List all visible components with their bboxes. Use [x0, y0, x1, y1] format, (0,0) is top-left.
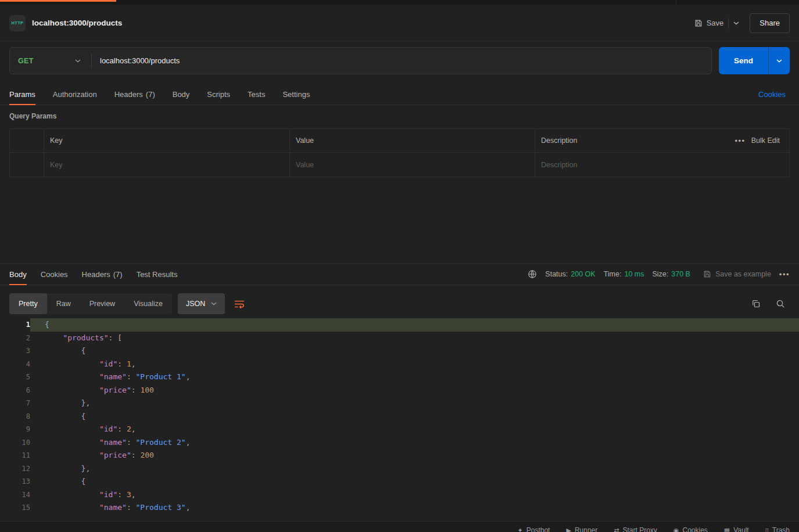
- footer-item-trash[interactable]: ▯Trash: [765, 526, 790, 532]
- line-content: "name": "Product 1",: [30, 371, 799, 384]
- footer-item-label: Trash: [772, 526, 790, 532]
- more-options-icon[interactable]: •••: [735, 136, 746, 145]
- send-button[interactable]: Send: [719, 47, 768, 74]
- request-tabs-list: Params Authorization Headers (7) Body Sc…: [9, 84, 758, 105]
- code-line: 15 "name": "Product 3",: [0, 501, 799, 515]
- save-options-button[interactable]: [733, 21, 739, 25]
- save-button[interactable]: Save: [694, 19, 724, 27]
- save-as-example-button[interactable]: Save as example: [703, 270, 771, 278]
- postbot-icon: ✦: [518, 527, 523, 532]
- footer-item-label: Vault: [733, 526, 748, 532]
- http-request-icon: HTTP: [9, 15, 26, 31]
- code-line: 14 "id": 3,: [0, 488, 799, 502]
- response-tab-body[interactable]: Body: [9, 264, 27, 285]
- size-value: 370 B: [671, 270, 690, 278]
- wrap-lines-icon: [234, 300, 245, 308]
- line-content: },: [30, 397, 799, 410]
- tab-authorization[interactable]: Authorization: [53, 84, 97, 105]
- footer-status-bar: ✦Postbot▶Runner⇄Start Proxy◉Cookies▦Vaul…: [0, 521, 799, 532]
- description-input[interactable]: [541, 161, 783, 169]
- view-tab-preview[interactable]: Preview: [80, 293, 124, 314]
- line-content: "products": [: [30, 332, 799, 345]
- tab-settings[interactable]: Settings: [282, 84, 310, 105]
- headers-count-badge: (7): [146, 90, 155, 99]
- line-number: 15: [0, 501, 30, 515]
- view-tab-visualize[interactable]: Visualize: [124, 293, 172, 314]
- key-input[interactable]: [50, 161, 284, 169]
- workspace-tab-strip: [0, 0, 799, 5]
- response-tab-cookies[interactable]: Cookies: [41, 264, 68, 285]
- footer-item-cookies[interactable]: ◉Cookies: [673, 526, 708, 532]
- response-toolbar-right: [751, 299, 790, 308]
- line-number: 14: [0, 488, 30, 502]
- line-number: 5: [0, 371, 30, 384]
- line-content: },: [30, 462, 799, 476]
- line-number: 4: [0, 358, 30, 371]
- response-meta: Status: 200 OK Time: 10 ms Size: 370 B S…: [528, 264, 790, 285]
- footer-item-postbot[interactable]: ✦Postbot: [518, 526, 550, 532]
- query-params-table: Key Value Description ••• Bulk Edit: [9, 128, 790, 177]
- line-content: {: [30, 344, 799, 358]
- line-number: 11: [0, 449, 30, 462]
- share-button[interactable]: Share: [750, 13, 790, 33]
- tab-body[interactable]: Body: [173, 84, 190, 105]
- time-indicator: Time: 10 ms: [604, 270, 644, 278]
- tab-strip-divider: [676, 0, 676, 5]
- method-label: GET: [18, 57, 34, 65]
- footer-item-start-proxy[interactable]: ⇄Start Proxy: [614, 526, 657, 532]
- line-number: 12: [0, 462, 30, 476]
- save-icon: [694, 19, 703, 27]
- bulk-edit-button[interactable]: Bulk Edit: [751, 136, 780, 145]
- response-body-viewer[interactable]: 1{2 "products": [3 {4 "id": 1,5 "name": …: [0, 318, 799, 521]
- bulk-edit-cluster: ••• Bulk Edit: [735, 136, 784, 145]
- description-cell: [535, 153, 789, 177]
- response-tab-test-results[interactable]: Test Results: [137, 264, 178, 285]
- status-value: 200 OK: [571, 270, 595, 278]
- line-content: "id": 1,: [30, 358, 799, 371]
- line-content: {: [30, 410, 799, 423]
- response-more-options-icon[interactable]: •••: [779, 270, 790, 279]
- footer-item-label: Start Proxy: [623, 526, 657, 532]
- footer-item-label: Runner: [575, 526, 597, 532]
- line-content: {: [30, 475, 799, 488]
- footer-item-vault[interactable]: ▦Vault: [724, 526, 749, 532]
- description-column-header: Description ••• Bulk Edit: [535, 129, 789, 152]
- method-selector[interactable]: GET: [10, 48, 91, 74]
- code-line: 3 {: [0, 344, 799, 358]
- footer-item-label: Postbot: [526, 526, 550, 532]
- code-line: 13 {: [0, 475, 799, 488]
- search-response-icon[interactable]: [776, 299, 785, 308]
- send-button-group: Send: [719, 47, 790, 74]
- cookies-link[interactable]: Cookies: [758, 90, 786, 99]
- response-tabs: Body Cookies Headers (7) Test Results: [9, 264, 177, 285]
- format-dropdown[interactable]: JSON: [178, 293, 225, 314]
- copy-response-icon[interactable]: [751, 299, 761, 308]
- view-tab-pretty[interactable]: Pretty: [9, 293, 47, 314]
- wrap-lines-toggle[interactable]: [234, 300, 245, 308]
- chevron-down-icon: [75, 59, 81, 63]
- key-cell: [44, 153, 289, 177]
- code-line: 5 "name": "Product 1",: [0, 371, 799, 384]
- value-column-header: Value: [289, 129, 535, 152]
- tab-params[interactable]: Params: [9, 84, 35, 105]
- line-content: "id": 2,: [30, 423, 799, 436]
- query-params-title: Query Params: [9, 112, 56, 120]
- view-tab-raw[interactable]: Raw: [47, 293, 80, 314]
- tab-headers[interactable]: Headers (7): [114, 84, 155, 105]
- request-header: HTTP localhost:3000/products Save Share: [0, 5, 799, 42]
- network-globe-icon[interactable]: [528, 269, 537, 279]
- tab-scripts[interactable]: Scripts: [207, 84, 230, 105]
- response-tab-headers[interactable]: Headers (7): [82, 264, 123, 285]
- footer-item-runner[interactable]: ▶Runner: [566, 526, 597, 532]
- line-content: {: [30, 318, 799, 332]
- tab-tests[interactable]: Tests: [248, 84, 265, 105]
- response-code: 1{2 "products": [3 {4 "id": 1,5 "name": …: [0, 318, 799, 515]
- value-input[interactable]: [296, 161, 529, 169]
- url-field[interactable]: [92, 48, 711, 74]
- send-options-button[interactable]: [768, 47, 790, 74]
- size-indicator: Size: 370 B: [652, 270, 690, 278]
- status-indicator: Status: 200 OK: [545, 270, 595, 278]
- code-line: 8 {: [0, 410, 799, 423]
- vault-icon: ▦: [724, 527, 730, 532]
- save-split-divider: [728, 18, 729, 28]
